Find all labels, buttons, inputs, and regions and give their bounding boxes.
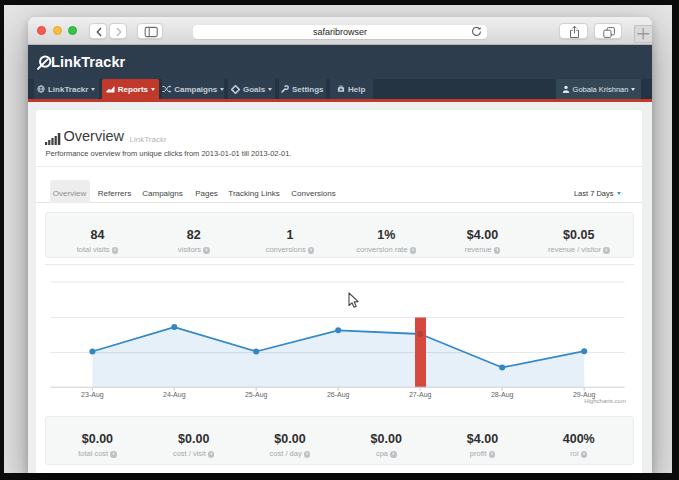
svg-text:23-Aug: 23-Aug bbox=[81, 390, 104, 398]
svg-text:24-Aug: 24-Aug bbox=[163, 390, 186, 398]
svg-text:27-Aug: 27-Aug bbox=[409, 390, 432, 398]
svg-text:25-Aug: 25-Aug bbox=[245, 390, 268, 398]
svg-text:26-Aug: 26-Aug bbox=[327, 390, 350, 398]
svg-text:Highcharts.com: Highcharts.com bbox=[584, 398, 626, 404]
svg-text:28-Aug: 28-Aug bbox=[491, 390, 514, 398]
